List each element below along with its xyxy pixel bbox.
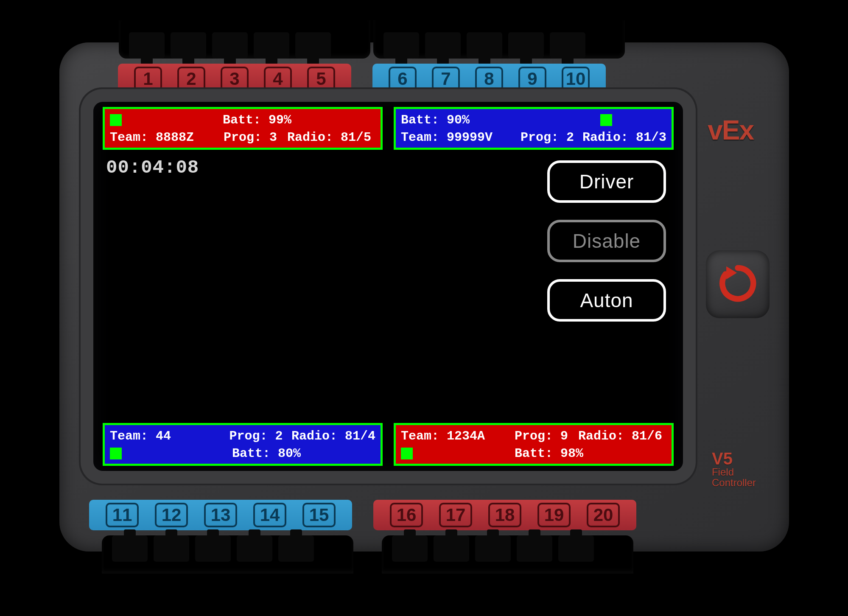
port-label: 14 — [253, 503, 286, 527]
port-label: 5 — [307, 67, 335, 91]
port-label: 9 — [518, 67, 546, 91]
port-label: 2 — [177, 67, 205, 91]
port-labels-top-blue: 6 7 8 9 10 — [372, 64, 606, 94]
port-label: 19 — [537, 503, 571, 527]
port-label: 7 — [432, 67, 460, 91]
team-value: Team: 44 — [110, 428, 229, 445]
port-label: 11 — [106, 503, 139, 527]
port-labels-top-red: 1 2 3 4 5 — [118, 64, 351, 94]
port-label: 4 — [264, 67, 292, 91]
port-label: 15 — [302, 503, 336, 527]
port-label: 20 — [587, 503, 620, 527]
vex-logo: vEx — [708, 115, 753, 146]
port-label: 10 — [562, 67, 590, 91]
team-panel-blue-2[interactable]: Team: 44 Prog: 2 Radio: 81/4 Batt: 80% — [103, 423, 383, 466]
port-label: 18 — [488, 503, 521, 527]
port-bay-bottom-left — [102, 535, 353, 574]
driver-button[interactable]: Driver — [547, 160, 666, 203]
back-button[interactable] — [706, 250, 770, 318]
port-bay-top-left — [119, 20, 370, 59]
port-bay-top-right — [373, 20, 625, 59]
batt-value: Batt: 99% — [223, 112, 291, 129]
team-value: Team: 99999V — [401, 129, 521, 146]
prog-value: Prog: 9 — [515, 428, 578, 445]
port-label: 3 — [221, 67, 249, 91]
port-labels-bottom-red: 16 17 18 19 20 — [373, 500, 636, 530]
port-label: 6 — [389, 67, 417, 91]
status-indicator-icon — [401, 448, 413, 459]
back-arrow-icon — [717, 263, 758, 306]
auton-button[interactable]: Auton — [547, 279, 666, 322]
model-label: V5 Field Controller — [712, 450, 756, 488]
match-timer: 00:04:08 — [106, 157, 199, 178]
port-label: 8 — [475, 67, 503, 91]
radio-value: Radio: 81/6 — [578, 428, 662, 445]
batt-value: Batt: 90% — [401, 112, 600, 129]
radio-value: Radio: 81/3 — [582, 129, 666, 146]
prog-value: Prog: 2 — [229, 428, 291, 445]
device-body: 1 2 3 4 5 6 7 8 9 10 vEx V5 Field Contro… — [59, 42, 789, 552]
radio-value: Radio: 81/4 — [291, 428, 375, 445]
status-indicator-icon — [600, 114, 612, 126]
team-panel-blue-1[interactable]: Batt: 90% Team: 99999V Prog: 2 Radio: 81… — [394, 107, 674, 150]
disable-button[interactable]: Disable — [547, 220, 666, 262]
port-label: 13 — [204, 503, 237, 527]
team-panel-red-1[interactable]: Batt: 99% Team: 8888Z Prog: 3 Radio: 81/… — [103, 107, 383, 150]
batt-value: Batt: 98% — [515, 445, 583, 462]
team-value: Team: 1234A — [401, 428, 515, 445]
batt-value: Batt: 80% — [232, 445, 301, 462]
port-label: 1 — [134, 67, 162, 91]
port-label: 17 — [439, 503, 472, 527]
team-panel-red-2[interactable]: Team: 1234A Prog: 9 Radio: 81/6 Batt: 98… — [394, 423, 674, 466]
radio-value: Radio: 81/5 — [287, 129, 371, 146]
prog-value: Prog: 3 — [224, 129, 287, 146]
port-label: 16 — [390, 503, 423, 527]
port-labels-bottom-blue: 11 12 13 14 15 — [89, 500, 352, 530]
status-indicator-icon — [110, 114, 122, 126]
lcd-screen: Batt: 99% Team: 8888Z Prog: 3 Radio: 81/… — [93, 102, 683, 471]
port-bay-bottom-right — [382, 535, 633, 574]
port-label: 12 — [155, 503, 188, 527]
prog-value: Prog: 2 — [521, 129, 582, 146]
mode-button-column: Driver Disable Auton — [547, 160, 666, 322]
team-value: Team: 8888Z — [110, 129, 224, 146]
status-indicator-icon — [110, 448, 122, 459]
